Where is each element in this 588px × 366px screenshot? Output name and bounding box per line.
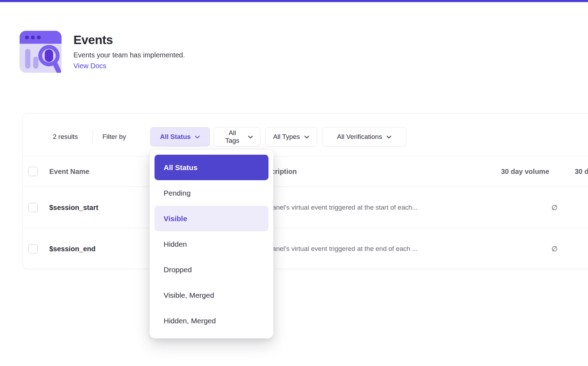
tags-filter-button[interactable]: All Tags <box>214 127 260 147</box>
tags-filter-label: All Tags <box>221 129 244 145</box>
event-name: $session_start <box>49 203 98 211</box>
chevron-down-icon <box>195 135 200 139</box>
page-header: Events Events your team has implemented.… <box>20 31 185 73</box>
chevron-down-icon <box>304 135 309 139</box>
page-title: Events <box>73 33 185 47</box>
verifications-filter-label: All Verifications <box>337 133 382 141</box>
row-checkbox[interactable] <box>28 203 38 212</box>
types-filter-button[interactable]: All Types <box>265 127 317 147</box>
table-row[interactable]: $session_start Mixpanel's virtual event … <box>23 187 588 228</box>
column-header-clipped: 30 d <box>575 168 588 176</box>
row-checkbox-cell <box>28 244 38 254</box>
filter-by-label: Filter by <box>102 127 126 147</box>
menu-item-hidden-merged[interactable]: Hidden, Merged <box>155 308 268 333</box>
event-description: Mixpanel's virtual event triggered at th… <box>258 204 418 211</box>
menu-item-all-status[interactable]: All Status <box>155 155 268 180</box>
verifications-filter-button[interactable]: All Verifications <box>322 127 407 147</box>
event-description: Mixpanel's virtual event triggered at th… <box>258 245 418 253</box>
row-checkbox-cell <box>28 203 38 212</box>
select-all-checkbox-cell <box>28 167 38 176</box>
menu-item-hidden[interactable]: Hidden <box>155 231 268 257</box>
top-loading-bar <box>0 0 588 2</box>
types-filter-label: All Types <box>273 133 300 141</box>
table-header-row: Event Name Description 30 day volume 30 … <box>23 156 588 187</box>
status-dropdown-menu: All Status Pending Visible Hidden Droppe… <box>150 150 273 338</box>
menu-item-dropped[interactable]: Dropped <box>155 257 268 282</box>
column-header-event-name: Event Name <box>49 168 89 176</box>
view-docs-link[interactable]: View Docs <box>73 62 106 70</box>
row-checkbox[interactable] <box>28 244 38 254</box>
menu-item-visible[interactable]: Visible <box>155 206 268 231</box>
page-subtitle: Events your team has implemented. <box>73 51 185 59</box>
status-filter-label: All Status <box>160 133 191 141</box>
event-name: $session_end <box>49 245 95 253</box>
results-count: 2 results <box>53 127 78 147</box>
column-header-30-day-volume: 30 day volume <box>501 168 549 176</box>
events-panel: 2 results Filter by All Status All Tags … <box>22 113 588 269</box>
events-analytics-icon <box>20 31 62 73</box>
chevron-down-icon <box>386 135 392 139</box>
chevron-down-icon <box>248 135 253 139</box>
event-30-day-volume: ∅ <box>552 203 558 212</box>
select-all-checkbox[interactable] <box>28 167 38 176</box>
status-filter-button[interactable]: All Status <box>150 127 210 147</box>
menu-item-pending[interactable]: Pending <box>155 180 268 206</box>
table-row[interactable]: $session_end Mixpanel's virtual event tr… <box>23 228 588 269</box>
event-30-day-volume: ∅ <box>552 245 558 253</box>
filter-divider <box>93 130 93 144</box>
menu-item-visible-merged[interactable]: Visible, Merged <box>155 282 268 308</box>
